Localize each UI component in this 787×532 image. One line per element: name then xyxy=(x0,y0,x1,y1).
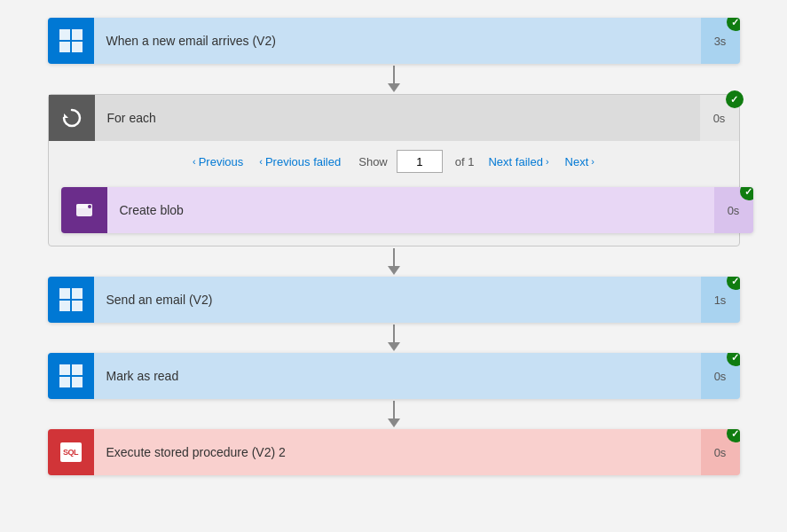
loop-icon xyxy=(60,106,83,129)
email-trigger-label: When a new email arrives (V2) xyxy=(94,34,701,48)
previous-button[interactable]: ‹ Previous xyxy=(187,153,248,170)
next-failed-label: Next failed xyxy=(488,155,542,168)
foreach-icon xyxy=(49,95,95,141)
foreach-header[interactable]: For each 0s xyxy=(49,95,739,141)
arrow-line-4 xyxy=(393,401,395,419)
page-input[interactable] xyxy=(397,150,443,173)
send-email-block[interactable]: Send an email (V2) 1s xyxy=(48,277,740,323)
previous-label: Previous xyxy=(199,155,244,168)
arrow-4 xyxy=(388,399,400,429)
arrow-line-2 xyxy=(393,248,395,266)
previous-chevron: ‹ xyxy=(193,156,196,167)
create-blob-label: Create blob xyxy=(107,203,714,217)
arrow-head-3 xyxy=(388,342,400,351)
arrow-line-3 xyxy=(393,325,395,342)
previous-failed-chevron: ‹ xyxy=(259,156,263,167)
arrow-2 xyxy=(388,246,400,277)
previous-failed-button[interactable]: ‹ Previous failed xyxy=(254,153,346,170)
grid-icon-2 xyxy=(59,288,83,311)
mark-as-read-block[interactable]: Mark as read 0s xyxy=(48,353,740,399)
next-failed-button[interactable]: Next failed › xyxy=(483,153,554,170)
foreach-status xyxy=(726,90,744,108)
of-label: of 1 xyxy=(455,155,475,168)
mark-as-read-icon xyxy=(48,353,94,399)
foreach-body: Create blob 0s xyxy=(49,182,739,246)
arrow-3 xyxy=(388,323,400,353)
send-email-icon xyxy=(48,277,94,323)
email-trigger-icon xyxy=(48,18,94,64)
create-blob-block[interactable]: Create blob 0s xyxy=(61,187,753,233)
svg-marker-0 xyxy=(64,113,68,118)
foreach-label: For each xyxy=(95,111,700,125)
execute-stored-block[interactable]: SQL Execute stored procedure (V2) 2 0s xyxy=(48,429,740,475)
arrow-1 xyxy=(388,64,400,94)
next-chevron: › xyxy=(591,156,594,167)
next-button[interactable]: Next › xyxy=(560,153,600,170)
arrow-line xyxy=(393,66,395,83)
next-failed-chevron: › xyxy=(546,156,549,167)
foreach-container: For each 0s ‹ Previous ‹ Previous failed… xyxy=(48,94,740,246)
arrow-head-2 xyxy=(388,266,400,275)
previous-failed-label: Previous failed xyxy=(265,155,341,168)
arrow-head xyxy=(388,83,400,92)
mark-as-read-label: Mark as read xyxy=(94,369,701,383)
show-label: Show xyxy=(358,155,388,168)
grid-icon-3 xyxy=(59,364,83,387)
execute-stored-label: Execute stored procedure (V2) 2 xyxy=(94,445,701,459)
blob-icon xyxy=(73,199,96,222)
pagination-bar: ‹ Previous ‹ Previous failed Show of 1 N… xyxy=(49,141,739,182)
grid-icon xyxy=(59,29,83,52)
next-label: Next xyxy=(565,155,589,168)
workflow-canvas: When a new email arrives (V2) 3s For eac… xyxy=(0,0,787,493)
arrow-head-4 xyxy=(388,419,400,427)
email-trigger-block[interactable]: When a new email arrives (V2) 3s xyxy=(48,18,740,64)
create-blob-icon xyxy=(61,187,107,233)
sql-icon: SQL xyxy=(60,442,82,462)
send-email-label: Send an email (V2) xyxy=(94,293,701,307)
svg-point-3 xyxy=(88,205,91,208)
execute-stored-icon: SQL xyxy=(48,429,94,475)
